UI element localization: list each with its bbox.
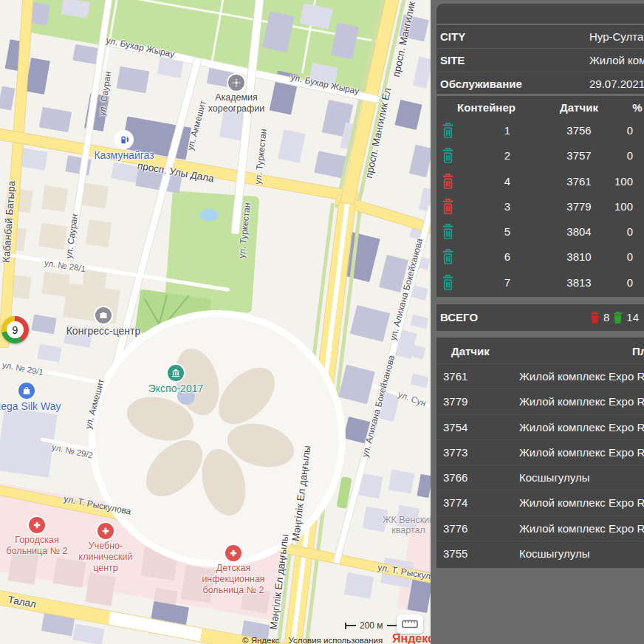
container-row[interactable]: 237570 xyxy=(436,143,644,168)
container-row[interactable]: 43761100 xyxy=(436,169,644,194)
site-info-table: CITYНур-СултанSITEЖилой комплекс ExpoОбс… xyxy=(436,25,644,94)
trash-icon xyxy=(441,147,455,164)
total-bar: ВСЕГО 8 14 xyxy=(436,304,644,331)
scale-line xyxy=(387,625,397,626)
site-name: Жилой комплекс Expo R xyxy=(519,522,644,535)
info-row[interactable]: SITEЖилой комплекс Expo xyxy=(436,48,644,72)
site-name: Косшыгулулы xyxy=(519,547,590,560)
containers-table: Контейнер Датчик % 137560237570437611003… xyxy=(436,96,644,297)
info-label: Обслуживание xyxy=(436,78,522,90)
trash-icon xyxy=(441,122,455,139)
sensor-id: 3755 xyxy=(443,547,467,560)
site-name: Жилой комплекс Expo R xyxy=(519,370,644,383)
sensor-row[interactable]: 3779Жилой комплекс Expo R xyxy=(436,388,644,414)
col-site: Площадка xyxy=(632,345,644,357)
fill-percent: 0 xyxy=(602,124,633,137)
full-trash-icon xyxy=(590,312,600,323)
container-row[interactable]: 33779100 xyxy=(436,194,644,219)
total-empty-count: 14 xyxy=(626,311,639,323)
sensor-row[interactable]: 3754Жилой комплекс Expo R xyxy=(436,414,644,439)
site-name: Косшыгулулы xyxy=(519,471,590,484)
container-number: 5 xyxy=(455,225,510,238)
fill-percent: 0 xyxy=(602,225,633,238)
sensor-id: 3773 xyxy=(443,446,467,459)
sensor-id: 3761 xyxy=(443,370,467,383)
trash-icon xyxy=(441,173,455,190)
info-row[interactable]: Обслуживание29.07.2021 xyxy=(436,72,644,95)
cluster-count: 9 xyxy=(7,321,24,338)
copyright-text: © Яндекс xyxy=(242,636,279,644)
total-label: ВСЕГО xyxy=(440,311,478,323)
container-number: 6 xyxy=(455,250,510,263)
info-value: 29.07.2021 xyxy=(589,78,644,90)
info-value: Жилой комплекс Expo xyxy=(589,54,644,66)
fill-percent: 100 xyxy=(602,200,633,213)
fill-percent: 0 xyxy=(602,149,633,162)
site-name: Жилой комплекс Expo R xyxy=(519,421,644,434)
empty-trash-icon xyxy=(613,312,623,323)
yandex-logo[interactable]: Яндекс xyxy=(392,632,431,644)
info-row[interactable]: CITYНур-Султан xyxy=(436,25,644,48)
scale-label: 200 м xyxy=(356,620,387,631)
sensor-row[interactable]: 3761Жилой комплекс Expo R xyxy=(436,363,644,388)
total-counts: 8 14 xyxy=(590,311,639,323)
sensor-id: 3766 xyxy=(443,471,467,484)
col-sensor: Датчик xyxy=(547,101,611,114)
scale-line xyxy=(346,625,356,626)
fill-percent: 0 xyxy=(602,250,633,263)
container-number: 1 xyxy=(455,124,510,137)
trash-icon xyxy=(441,223,455,240)
info-label: SITE xyxy=(436,54,465,66)
info-label: CITY xyxy=(436,30,465,43)
map-cluster-marker[interactable]: 9 xyxy=(1,316,29,343)
containers-rows: 1375602375704376110033779100538040638100… xyxy=(436,118,644,295)
container-number: 2 xyxy=(455,149,510,162)
ruler-button[interactable] xyxy=(397,614,423,634)
sensor-row[interactable]: 3776Жилой комплекс Expo R xyxy=(436,515,644,541)
map-overlay: 9 200 м © Яндекс Условия использования Я… xyxy=(0,0,431,644)
container-row[interactable]: 137560 xyxy=(436,118,644,143)
fill-percent: 100 xyxy=(602,175,633,188)
sensors-table-header: Датчик Площадка xyxy=(436,338,644,363)
container-row[interactable]: 538040 xyxy=(436,219,644,244)
info-value: Нур-Султан xyxy=(589,30,644,43)
ruler-icon xyxy=(402,620,418,628)
scale-bar: 200 м xyxy=(345,620,398,631)
total-full-count: 8 xyxy=(603,311,609,323)
trash-icon xyxy=(441,274,455,291)
sensor-row[interactable]: 3774Жилой комплекс Expo R xyxy=(436,490,644,515)
container-row[interactable]: 638100 xyxy=(436,244,644,270)
col-container: Контейнер xyxy=(455,101,518,114)
sensor-id: 3754 xyxy=(443,421,467,434)
sensor-id: 3779 xyxy=(443,395,467,408)
site-name: Жилой комплекс Expo R xyxy=(519,446,644,459)
col-sensor: Датчик xyxy=(451,345,490,357)
sensor-id: 3776 xyxy=(443,522,467,535)
container-number: 4 xyxy=(455,175,510,188)
map-attribution: © Яндекс Условия использования xyxy=(242,636,383,644)
col-percent: % xyxy=(621,101,644,114)
sensor-row[interactable]: 3755Косшыгулулы xyxy=(436,541,644,566)
trash-icon xyxy=(441,198,455,215)
container-number: 3 xyxy=(455,200,510,213)
terms-link[interactable]: Условия использования xyxy=(289,636,383,644)
map[interactable]: ул. Бухар Жырауул. Бухар Жыраупросп. Ман… xyxy=(0,0,431,644)
sensor-id: 3774 xyxy=(443,496,467,509)
sensors-table: Датчик Площадка 3761Жилой комплекс Expo … xyxy=(436,338,644,568)
containers-table-header: Контейнер Датчик % xyxy=(436,96,644,118)
container-number: 7 xyxy=(455,276,510,289)
info-panel: CITYНур-СултанSITEЖилой комплекс ExpoОбс… xyxy=(431,0,644,644)
sensors-rows: 3761Жилой комплекс Expo R3779Жилой компл… xyxy=(436,363,644,566)
sensor-row[interactable]: 3766Косшыгулулы xyxy=(436,465,644,490)
sensor-row[interactable]: 3773Жилой комплекс Expo R xyxy=(436,439,644,465)
container-row[interactable]: 738130 xyxy=(436,270,644,295)
site-name: Жилой комплекс Expo R xyxy=(519,395,644,408)
fill-percent: 0 xyxy=(602,276,633,289)
app: ул. Бухар Жырауул. Бухар Жыраупросп. Ман… xyxy=(0,0,644,644)
panel-header-bar xyxy=(436,4,644,24)
site-name: Жилой комплекс Expo R xyxy=(519,496,644,509)
trash-icon xyxy=(441,248,455,265)
